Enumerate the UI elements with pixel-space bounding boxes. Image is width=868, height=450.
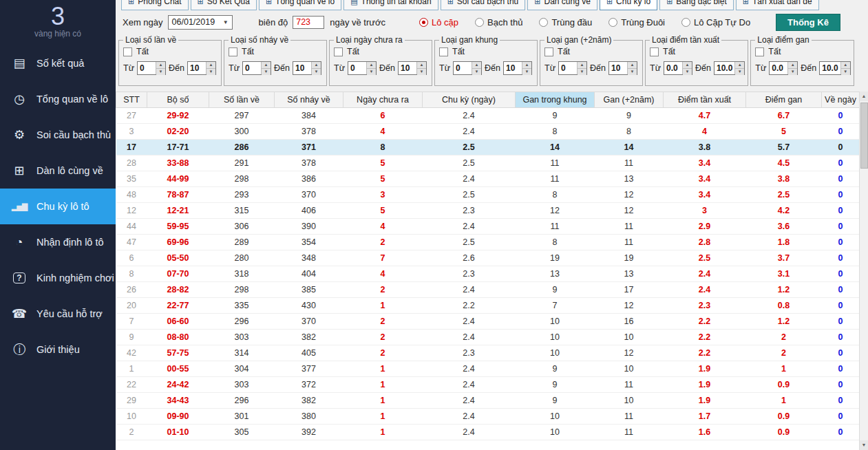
to-spinner[interactable]: 10.0▲▼ (714, 61, 745, 75)
scroll-down-icon[interactable]: ▼ (860, 440, 868, 450)
all-checkbox[interactable] (229, 47, 237, 56)
from-spinner[interactable]: 0▲▼ (453, 61, 482, 75)
scrollbar-thumb[interactable] (860, 103, 868, 169)
all-checkbox[interactable] (755, 47, 764, 56)
table-row[interactable]: 1212-2131540652.3121234.20 (116, 203, 860, 219)
radio-option-trung-duoi[interactable]: Trùng Đuôi (608, 17, 665, 28)
table-row[interactable]: 4769-9628935422.58112.81.80 (116, 235, 860, 250)
radio-option-bach-thu[interactable]: Bạch thủ (475, 17, 522, 28)
table-row[interactable]: 4459-9530639042.411112.93.60 (116, 219, 860, 235)
sidebar-item-chu-ky-lo-to[interactable]: ▂▅▇Chu kỳ lô tô (0, 189, 116, 224)
spinner-down-icon[interactable]: ▼ (788, 69, 797, 75)
date-select[interactable]: 06/01/2019 ▼ (168, 15, 233, 30)
spinner-down-icon[interactable]: ▼ (472, 69, 481, 75)
tab-dan-cung-ve[interactable]: ⊞Dàn cùng về (527, 0, 597, 10)
column-header-so-lan-ve[interactable]: Số lần về (209, 92, 275, 108)
table-row[interactable]: 2022-7733543012.27122.30.80 (116, 298, 860, 314)
column-header-chu-ky-ngay[interactable]: Chu kỳ (ngày) (423, 92, 516, 108)
to-spinner[interactable]: 10▲▼ (293, 61, 321, 75)
spinner-up-icon[interactable]: ▲ (156, 62, 165, 69)
spinner-up-icon[interactable]: ▲ (367, 62, 376, 69)
table-row[interactable]: 1717-7128637182.514143.85.70 (116, 140, 860, 156)
table-row[interactable]: 4257-7531440522.310122.220 (116, 345, 860, 361)
radio-option-lo-cap[interactable]: Lô cặp (419, 17, 458, 28)
spinner-down-icon[interactable]: ▼ (312, 69, 321, 75)
statistics-button[interactable]: Thống Kê (776, 14, 840, 31)
tab-so-ket-qua[interactable]: ⊞Số Kết Quả (191, 0, 257, 10)
tab-soi-cau-bach-thu[interactable]: ⊞Soi cầu bạch thủ (441, 0, 526, 10)
tab-phong-chat[interactable]: ⊞Phòng Chát (121, 0, 189, 10)
spinner-down-icon[interactable]: ▼ (683, 69, 692, 75)
spinner-up-icon[interactable]: ▲ (841, 62, 850, 69)
sidebar-item-soi-cau-bach-thu[interactable]: ⚙Soi cầu bạch thủ (0, 117, 116, 153)
spinner-down-icon[interactable]: ▼ (207, 69, 215, 75)
spinner-up-icon[interactable]: ▲ (628, 62, 637, 69)
sidebar-item-nhan-dinh-lo-to[interactable]: ◔Nhận định lô tô (0, 224, 116, 260)
sidebar-item-dan-lo-cung-ve[interactable]: ⊞Dàn lô cùng về (0, 153, 116, 189)
table-row[interactable]: 1009-9030138012.410111.70.90 (116, 409, 860, 425)
spinner-up-icon[interactable]: ▲ (207, 62, 215, 69)
all-checkbox[interactable] (123, 47, 132, 56)
all-checkbox[interactable] (544, 47, 553, 56)
table-row[interactable]: 3544-9929838652.411133.43.80 (116, 171, 860, 187)
column-header-stt[interactable]: STT (116, 92, 147, 108)
table-row[interactable]: 100-5530437712.49101.910 (116, 361, 860, 377)
spinner-up-icon[interactable]: ▲ (788, 62, 797, 69)
spinner-up-icon[interactable]: ▲ (472, 62, 481, 69)
table-row[interactable]: 302-2030037842.488450 (116, 124, 860, 140)
spinner-up-icon[interactable]: ▲ (683, 62, 692, 69)
to-spinner[interactable]: 10.0▲▼ (819, 61, 850, 75)
table-row[interactable]: 201-1030539212.410111.60.90 (116, 425, 860, 440)
radio-option-lo-cap-tu-do[interactable]: Lô Cặp Tự Do (681, 17, 750, 28)
sidebar-item-gioi-thieu[interactable]: ⓘGiới thiệu (0, 332, 116, 367)
amplitude-input[interactable] (293, 16, 324, 29)
sidebar-item-tong-quan-ve-lo[interactable]: ◷Tổng quan về lô (0, 81, 116, 117)
radio-option-trung-dau[interactable]: Trùng đầu (539, 17, 592, 28)
column-header-so-nhay-ve[interactable]: Số nháy về (275, 92, 343, 108)
all-checkbox[interactable] (650, 47, 659, 56)
table-row[interactable]: 605-5028034872.619192.53.70 (116, 250, 860, 266)
to-spinner[interactable]: 10▲▼ (503, 61, 532, 75)
all-checkbox[interactable] (439, 47, 448, 56)
spinner-down-icon[interactable]: ▼ (417, 69, 426, 75)
table-row[interactable]: 908-8030338222.410102.220 (116, 330, 860, 345)
table-row[interactable]: 2934-4329638212.49101.910 (116, 393, 860, 409)
from-spinner[interactable]: 0.0▲▼ (664, 61, 692, 75)
sidebar-item-kinh-nghiem-choi[interactable]: ?Kinh nghiệm chơi (0, 260, 116, 296)
column-header-ngay-chua-ra[interactable]: Ngày chưa ra (343, 92, 423, 108)
spinner-down-icon[interactable]: ▼ (841, 69, 850, 75)
from-spinner[interactable]: 0▲▼ (348, 61, 377, 75)
to-spinner[interactable]: 10▲▼ (398, 61, 427, 75)
from-spinner[interactable]: 0▲▼ (137, 61, 166, 75)
tab-tong-quan-ve-lo[interactable]: ⊞Tổng quan về lô (259, 0, 341, 10)
all-checkbox[interactable] (334, 47, 343, 56)
tab-tan-xuat-dan-de[interactable]: ⊞Tần xuất dàn đề (736, 0, 819, 10)
from-spinner[interactable]: 0▲▼ (558, 61, 587, 75)
spinner-up-icon[interactable]: ▲ (735, 62, 744, 69)
table-row[interactable]: 4878-8729337032.58123.42.50 (116, 187, 860, 203)
spinner-down-icon[interactable]: ▼ (628, 69, 637, 75)
spinner-up-icon[interactable]: ▲ (578, 62, 586, 69)
table-row[interactable]: 2729-9229738462.4994.76.70 (116, 108, 860, 124)
column-header-gan-trong-khung[interactable]: Gan trong khung (516, 92, 595, 108)
column-header-ve-ngay[interactable]: Về ngày (822, 92, 860, 108)
spinner-down-icon[interactable]: ▼ (522, 69, 531, 75)
spinner-down-icon[interactable]: ▼ (262, 69, 271, 75)
table-row[interactable]: 2224-4230337212.49111.90.90 (116, 377, 860, 393)
to-spinner[interactable]: 10▲▼ (608, 61, 637, 75)
from-spinner[interactable]: 0.0▲▼ (769, 61, 798, 75)
spinner-up-icon[interactable]: ▲ (522, 62, 531, 69)
from-spinner[interactable]: 0▲▼ (242, 61, 271, 75)
to-spinner[interactable]: 10▲▼ (187, 61, 216, 75)
vertical-scrollbar[interactable]: ▲ ▼ (859, 92, 868, 450)
spinner-up-icon[interactable]: ▲ (417, 62, 426, 69)
tab-chu-ky-lo[interactable]: ⊞Chu kỳ lô (600, 0, 657, 10)
spinner-down-icon[interactable]: ▼ (156, 69, 165, 75)
spinner-up-icon[interactable]: ▲ (262, 62, 271, 69)
column-header-bo-so[interactable]: Bộ số (147, 92, 209, 108)
sidebar-item-yeu-cau-ho-tro[interactable]: ☎Yêu cầu hỗ trợ (0, 296, 116, 332)
table-row[interactable]: 706-6029637022.410162.21.20 (116, 314, 860, 330)
spinner-up-icon[interactable]: ▲ (312, 62, 321, 69)
table-row[interactable]: 2833-8829137852.511113.44.50 (116, 156, 860, 171)
table-row[interactable]: 2628-8229838522.49172.41.20 (116, 282, 860, 298)
